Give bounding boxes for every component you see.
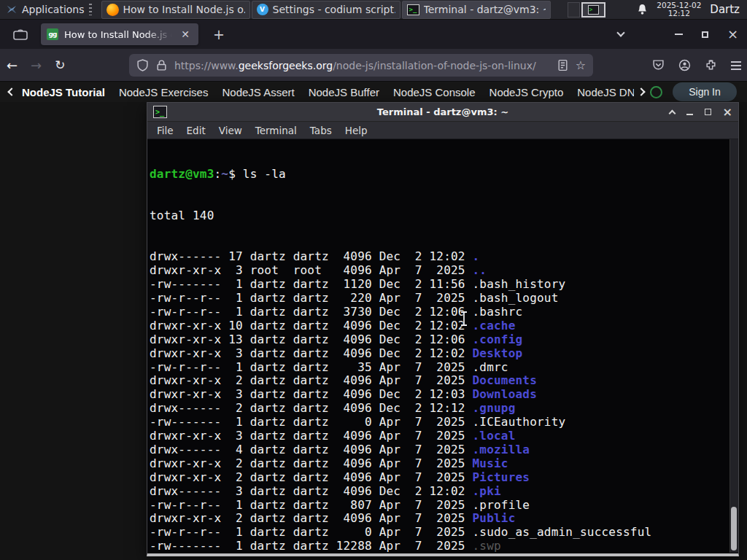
total-line: total 140 — [150, 209, 728, 223]
codium-icon: V — [257, 4, 268, 15]
terminal-listing-row: drwxr-xr-x 3 dartz dartz 4096 Dec 2 12:0… — [150, 347, 728, 361]
list-all-tabs-chevron-icon[interactable] — [616, 28, 624, 36]
terminal-listing-row: -rw-r--r-- 1 dartz dartz 3730 Dec 2 12:0… — [150, 306, 728, 319]
menu-tabs[interactable]: Tabs — [303, 125, 338, 136]
prompt-line: dartz@vm3:~$ ls -la — [150, 168, 728, 182]
lock-icon[interactable] — [155, 59, 168, 71]
terminal-listing-row: drwxr-xr-x 13 dartz dartz 4096 Dec 2 12:… — [150, 333, 728, 347]
scrollbar-thumb[interactable] — [731, 507, 737, 551]
reload-button[interactable]: ↻ — [48, 55, 71, 75]
notification-bell-icon[interactable] — [637, 4, 648, 15]
xfce-panel: Applications How to Install Node.js o...… — [0, 0, 747, 20]
clock[interactable]: 2025-12-02 12:12 — [657, 1, 701, 18]
taskbar-button-codium[interactable]: V Settings - codium script... — [252, 1, 400, 19]
terminal-icon: > — [588, 5, 599, 15]
sign-in-button[interactable]: Sign In — [673, 82, 737, 101]
menu-terminal[interactable]: Terminal — [249, 125, 303, 136]
terminal-listing-row: drwxr-xr-x 3 dartz dartz 4096 Dec 2 12:0… — [150, 388, 728, 402]
minimize-button[interactable] — [686, 114, 693, 115]
applications-menu-button[interactable]: Applications — [0, 0, 101, 20]
file-name: . — [472, 249, 479, 263]
workspace-1[interactable] — [568, 2, 580, 18]
task-label: Terminal - dartz@vm3: ~ — [424, 4, 546, 15]
terminal-menu-bar: File Edit View Terminal Tabs Help — [147, 122, 738, 139]
nav-item-nodejs-assert[interactable]: NodeJS Assert — [222, 86, 294, 98]
system-tray: 2025-12-02 12:12 Dartz — [637, 1, 747, 18]
terminal-listing-row: drwx------ 4 dartz dartz 4096 Apr 7 2025… — [150, 443, 728, 457]
browser-toolbar: ← → ↻ https://www.geeksforgeeks.org/node… — [0, 49, 747, 82]
tab-bar-controls: × — [618, 29, 747, 39]
browser-tab-bar: gg How to Install Node.js on ✕ + × — [0, 20, 747, 49]
firefox-icon — [107, 4, 119, 16]
new-tab-button[interactable]: + — [209, 26, 229, 42]
terminal-listing-row: drwxr-xr-x 10 dartz dartz 4096 Dec 2 12:… — [150, 319, 728, 333]
firefox-view-button[interactable] — [10, 25, 31, 44]
terminal-scrollbar[interactable] — [729, 139, 738, 553]
file-name: .mozilla — [472, 443, 530, 456]
tab-how-to-install-nodejs[interactable]: gg How to Install Node.js on ✕ — [41, 23, 198, 45]
terminal-listing-row: -rw------- 1 dartz dartz 12288 Apr 7 202… — [150, 540, 728, 553]
terminal-listing-row: -rw-r--r-- 1 dartz dartz 807 Apr 7 2025 … — [150, 499, 728, 513]
search-icon[interactable] — [650, 86, 662, 98]
extensions-puzzle-icon[interactable] — [705, 59, 717, 71]
nav-scroll-right-chevron-icon[interactable] — [637, 88, 645, 96]
url-domain: geeksforgeeks.org — [239, 60, 333, 71]
nav-scroll-left-chevron-icon[interactable] — [7, 88, 15, 96]
maximize-button[interactable] — [705, 109, 711, 115]
menu-hamburger-icon[interactable] — [731, 61, 741, 70]
file-name: .bashrc — [472, 305, 522, 319]
file-name: .profile — [472, 498, 530, 512]
file-name: .cache — [472, 319, 515, 332]
window-minimize-button[interactable] — [675, 34, 683, 35]
file-listing: drwx------ 17 dartz dartz 4096 Dec 2 12:… — [150, 250, 728, 553]
file-name: .config — [472, 332, 522, 346]
nav-item-nodejs-tutorial[interactable]: NodeJS Tutorial — [22, 86, 105, 98]
terminal-listing-row: -rw-r--r-- 1 dartz dartz 35 Apr 7 2025 .… — [150, 361, 728, 375]
terminal-title-bar[interactable]: >_ Terminal - dartz@vm3: ~ × — [147, 103, 738, 122]
taskbar-button-terminal[interactable]: >_ Terminal - dartz@vm3: ~ — [402, 1, 551, 19]
workspace-switcher[interactable]: > — [568, 2, 605, 18]
terminal-listing-row: drwx------ 3 dartz dartz 4096 Dec 2 12:0… — [150, 485, 728, 499]
bookmark-star-icon[interactable]: ☆ — [576, 58, 586, 72]
nav-item-nodejs-exercises[interactable]: NodeJS Exercises — [119, 86, 209, 98]
forward-button[interactable]: → — [24, 55, 48, 76]
terminal-listing-row: drwxr-xr-x 2 dartz dartz 4096 Apr 7 2025… — [150, 457, 728, 471]
shade-button[interactable] — [668, 109, 676, 117]
nav-item-nodejs-console[interactable]: NodeJS Console — [393, 86, 476, 98]
file-name: .swp — [472, 539, 500, 553]
terminal-window: >_ Terminal - dartz@vm3: ~ × File Edit V… — [147, 102, 739, 556]
nav-item-nodejs-crypto[interactable]: NodeJS Crypto — [489, 86, 564, 98]
back-button[interactable]: ← — [0, 55, 24, 76]
workspace-2[interactable]: > — [581, 2, 605, 18]
file-name: Downloads — [472, 387, 537, 401]
window-close-button[interactable]: × — [727, 29, 738, 39]
taskbar-button-firefox[interactable]: How to Install Node.js o... — [101, 1, 250, 19]
pocket-icon[interactable] — [652, 59, 665, 71]
url-bar[interactable]: https://www.geeksforgeeks.org/node-js/in… — [129, 54, 593, 77]
tab-close-icon[interactable]: ✕ — [178, 28, 193, 41]
toolbar-right-icons — [652, 49, 741, 82]
menu-help[interactable]: Help — [338, 125, 374, 136]
nav-item-nodejs-buffer[interactable]: NodeJS Buffer — [309, 86, 379, 98]
reader-mode-icon[interactable] — [557, 59, 569, 71]
file-name: .ICEauthority — [472, 415, 565, 429]
terminal-listing-row: drwxr-xr-x 2 dartz dartz 4096 Apr 7 2025… — [150, 512, 728, 526]
terminal-listing-row: -rw-r--r-- 1 dartz dartz 0 Apr 7 2025 .s… — [150, 526, 728, 540]
terminal-listing-row: -rw------- 1 dartz dartz 0 Apr 7 2025 .I… — [150, 416, 728, 429]
url-scheme: https://www. — [174, 60, 239, 71]
window-maximize-button[interactable] — [702, 31, 708, 38]
menu-edit[interactable]: Edit — [180, 125, 212, 136]
account-icon[interactable] — [678, 59, 691, 71]
file-name: Documents — [472, 373, 537, 387]
tab-title: How to Install Node.js on — [64, 29, 172, 40]
terminal-window-buttons: × — [670, 108, 732, 117]
terminal-output[interactable]: dartz@vm3:~$ ls -la total 140 drwx------… — [147, 139, 738, 553]
nav-item-nodejs-dns[interactable]: NodeJS DNS — [577, 86, 634, 98]
user-label[interactable]: Dartz — [710, 3, 740, 16]
tracking-shield-icon[interactable] — [136, 59, 149, 71]
terminal-listing-row: drwx------ 17 dartz dartz 4096 Dec 2 12:… — [150, 250, 728, 264]
menu-file[interactable]: File — [150, 125, 180, 136]
prompt-user-host: dartz@vm3 — [150, 167, 214, 181]
menu-view[interactable]: View — [212, 125, 249, 136]
close-button[interactable]: × — [723, 108, 732, 117]
